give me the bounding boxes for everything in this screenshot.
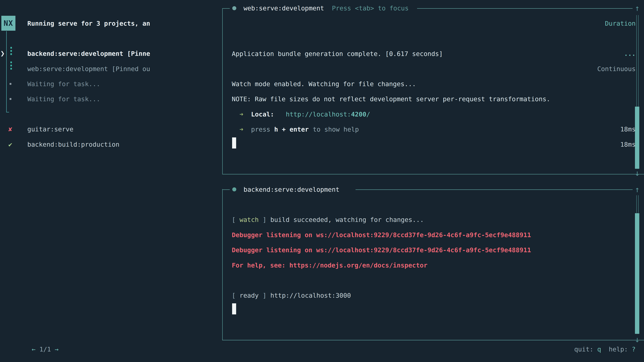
panel-status-dot-icon	[232, 6, 236, 10]
log-line-bundle-complete: Application bundle generation complete. …	[232, 49, 443, 58]
panel-border-stub	[222, 189, 230, 190]
help-label: help:	[609, 346, 628, 353]
selected-caret-icon: ❯	[0, 49, 5, 58]
sidebar-title: Running serve for 3 projects, an	[27, 19, 150, 28]
debugger-listening-line: Debugger listening on ws://localhost:922…	[232, 231, 531, 239]
task-label: web:serve:development [Pinned ou	[27, 64, 150, 73]
bracket-open: [	[232, 291, 236, 300]
prompt-arrow-icon: ➜	[240, 110, 243, 119]
watch-message: build succeeded, watching for changes...	[270, 215, 424, 224]
task-duration: 18ms	[620, 125, 636, 134]
panel-bottom-border	[222, 174, 644, 174]
task-label: backend:build:production	[27, 140, 120, 149]
watch-tag: watch	[240, 215, 258, 224]
task-label: backend:serve:development [Pinne	[27, 49, 150, 58]
scroll-up-icon[interactable]: ↑	[634, 3, 641, 13]
debugger-listening-line: Debugger listening on ws://localhost:922…	[232, 246, 531, 254]
task-duration: 18ms	[620, 140, 636, 149]
panel-title[interactable]: web:serve:development	[244, 4, 324, 12]
running-indicator-icon	[10, 47, 12, 55]
quit-label: quit:	[574, 346, 593, 353]
task-status: ...	[624, 49, 636, 58]
task-status: Continuous	[597, 64, 636, 73]
press-keys: h + enter	[274, 125, 309, 134]
help-key: ?	[632, 346, 636, 353]
task-label: Waiting for task...	[27, 80, 100, 88]
failed-icon: ✘	[8, 125, 12, 134]
bracket-close: ]	[263, 291, 266, 300]
log-line-watch-mode: Watch mode enabled. Watching for file ch…	[232, 80, 416, 88]
press-suffix: to show help	[313, 125, 359, 134]
panel-border-stub	[222, 8, 230, 9]
scroll-up-icon[interactable]: ↑	[634, 184, 641, 194]
pending-dot-icon	[10, 83, 12, 85]
panel-bottom-border	[222, 340, 644, 340]
duration-column-header: Duration	[605, 19, 636, 28]
panel-status-dot-icon	[232, 187, 236, 191]
task-tree-line	[6, 31, 9, 112]
pagination: ← 1/1 →	[9, 336, 58, 362]
success-icon: ✔	[8, 140, 12, 149]
scrollbar-track[interactable]	[636, 15, 639, 106]
running-indicator-icon	[10, 61, 12, 69]
scrollbar-thumb[interactable]	[635, 213, 639, 334]
ready-url[interactable]: http://localhost:3000	[270, 291, 351, 300]
local-label: Local:	[251, 110, 274, 119]
quit-key: q	[597, 346, 601, 353]
ready-tag: ready	[240, 291, 258, 300]
nx-tui-screen: NX Running serve for 3 projects, an Dura…	[0, 0, 644, 362]
task-label: guitar:serve	[27, 125, 74, 134]
task-label: Waiting for task...	[27, 95, 100, 103]
bracket-close: ]	[263, 215, 266, 224]
panel-top-border	[356, 189, 632, 190]
scrollbar-thumb[interactable]	[635, 107, 639, 169]
panel-left-border	[222, 189, 223, 340]
terminal-cursor	[232, 303, 236, 314]
scrollbar-track[interactable]	[636, 195, 639, 213]
nx-logo: NX	[1, 16, 16, 31]
panel-left-border	[222, 8, 223, 174]
panel-title[interactable]: backend:serve:development	[244, 185, 340, 194]
press-prefix: press	[251, 125, 270, 134]
scroll-down-icon[interactable]: ↓	[634, 168, 641, 178]
bracket-open: [	[232, 215, 236, 224]
page-prev-icon[interactable]: ←	[32, 346, 36, 353]
local-url-link[interactable]: http://localhost:4200/	[286, 110, 370, 119]
log-line-note: NOTE: Raw file sizes do not reflect deve…	[232, 95, 550, 103]
pending-dot-icon	[10, 98, 12, 100]
focus-hint: Press <tab> to focus	[332, 4, 409, 12]
prompt-arrow-icon: ➜	[240, 125, 243, 134]
page-indicator: 1/1	[40, 346, 51, 353]
terminal-cursor	[232, 137, 236, 148]
scroll-down-icon[interactable]: ↓	[634, 334, 641, 345]
panel-top-border	[417, 8, 632, 9]
page-next-icon[interactable]: →	[55, 346, 59, 353]
debugger-help-line: For help, see: https://nodejs.org/en/doc…	[232, 261, 428, 270]
